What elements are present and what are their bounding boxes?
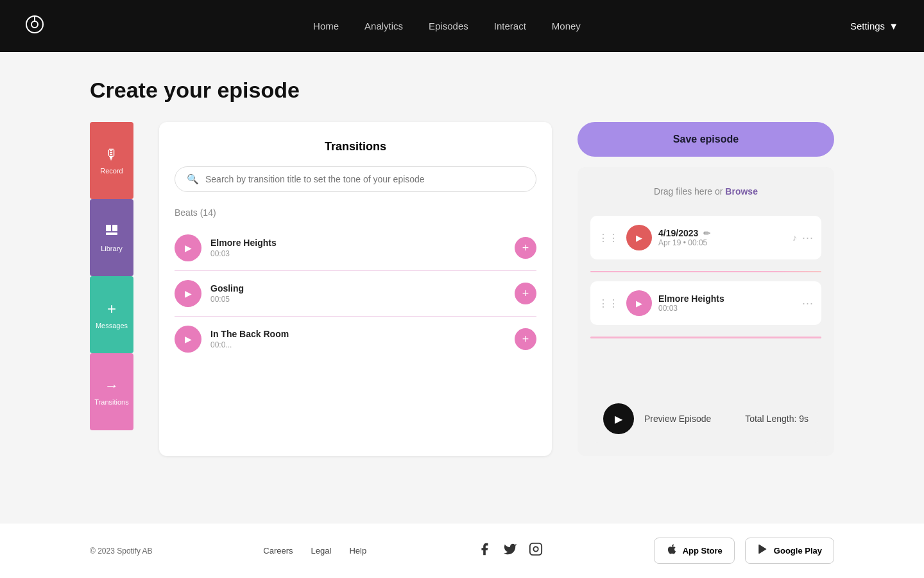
instagram-icon[interactable] (529, 542, 543, 559)
sidebar-item-record[interactable]: 🎙 Record (90, 122, 133, 199)
google-play-button[interactable]: Google Play (745, 538, 834, 564)
sidebar-item-messages[interactable]: + Messages (90, 276, 133, 353)
play-button-transition[interactable]: ▶ (626, 290, 652, 316)
nav-analytics[interactable]: Analytics (364, 21, 403, 31)
beat-item: ▶ In The Back Room 00:0... + (175, 317, 536, 362)
svg-rect-4 (112, 225, 117, 231)
more-options-icon[interactable]: ··· (802, 231, 814, 245)
chevron-down-icon: ▼ (889, 21, 898, 31)
drag-handle[interactable]: ⋮⋮ (598, 297, 619, 310)
episode-tracks: Drag files here or Browse ⋮⋮ ▶ 4/19/2023… (578, 167, 834, 456)
play-button-recording[interactable]: ▶ (626, 225, 652, 250)
nav-logo (26, 15, 44, 37)
footer-social (477, 542, 543, 559)
play-button-elmore[interactable]: ▶ (175, 234, 201, 261)
browse-link[interactable]: Browse (725, 186, 758, 197)
track-subtitle: 00:03 (658, 304, 796, 313)
track-item-recording: ⋮⋮ ▶ 4/19/2023 ✏ Apr 19 • 00:05 ♪ ··· (590, 216, 821, 259)
transitions-panel: Transitions 🔍 Beats (14) ▶ Elmore Height… (159, 122, 552, 456)
svg-rect-3 (106, 225, 111, 231)
page-title: Create your episode (90, 78, 834, 103)
footer-copyright: © 2023 Spotify AB (90, 547, 153, 556)
facebook-icon[interactable] (477, 542, 492, 559)
beat-duration: 00:03 (210, 249, 277, 258)
nav-home[interactable]: Home (313, 21, 339, 31)
beat-item: ▶ Gosling 00:05 + (175, 271, 536, 317)
preview-label: Preview Episode (644, 414, 711, 424)
sidebar-item-library[interactable]: Library (90, 199, 133, 276)
total-length: Total Length: 9s (745, 414, 809, 424)
add-beat-button[interactable]: + (515, 283, 536, 304)
nav-interact[interactable]: Interact (494, 21, 526, 31)
navbar: Home Analytics Episodes Interact Money S… (0, 0, 924, 52)
nav-episodes[interactable]: Episodes (429, 21, 468, 31)
sidebar-item-transitions[interactable]: → Transitions (90, 353, 133, 430)
preview-bar: ▶ Preview Episode Total Length: 9s (590, 394, 821, 443)
drag-handle[interactable]: ⋮⋮ (598, 232, 619, 244)
nav-money[interactable]: Money (552, 21, 581, 31)
add-beat-button[interactable]: + (515, 328, 536, 350)
google-play-icon (757, 543, 769, 558)
svg-point-1 (31, 21, 38, 28)
track-subtitle: Apr 19 • 00:05 (658, 238, 786, 247)
play-button-gosling[interactable]: ▶ (175, 280, 201, 307)
beat-title: Gosling (210, 283, 244, 293)
track-divider (590, 271, 821, 272)
track-title: 4/19/2023 ✏ (658, 228, 786, 238)
add-beat-button[interactable]: + (515, 237, 536, 259)
preview-play-button[interactable]: ▶ (603, 403, 634, 434)
footer-help[interactable]: Help (349, 546, 366, 556)
transitions-icon: → (105, 378, 119, 394)
footer-legal[interactable]: Legal (311, 546, 332, 556)
twitter-icon[interactable] (503, 542, 517, 559)
transitions-title: Transitions (175, 140, 536, 153)
music-icon: ♪ (792, 232, 797, 243)
search-input[interactable] (205, 174, 524, 184)
beats-header: Beats (14) (175, 207, 536, 218)
beat-duration: 00:0... (210, 340, 289, 349)
right-panel: Save episode Drag files here or Browse ⋮… (578, 122, 834, 456)
drag-area: Drag files here or Browse (590, 180, 821, 203)
edit-icon[interactable]: ✏ (703, 229, 710, 238)
nav-links: Home Analytics Episodes Interact Money (313, 21, 581, 31)
beat-duration: 00:05 (210, 295, 244, 304)
beat-item: ▶ Elmore Heights 00:03 + (175, 225, 536, 271)
more-options-icon[interactable]: ··· (802, 297, 814, 310)
beat-title: Elmore Heights (210, 238, 277, 248)
sidebar: 🎙 Record Library + Messages → (90, 122, 133, 456)
library-icon (105, 223, 119, 241)
footer-store-buttons: App Store Google Play (654, 538, 834, 564)
main-content: Create your episode 🎙 Record Library + (0, 52, 924, 523)
search-icon: 🔍 (187, 173, 199, 185)
footer: © 2023 Spotify AB Careers Legal Help App… (0, 523, 924, 578)
apple-icon (666, 543, 678, 558)
footer-links: Careers Legal Help (263, 546, 366, 556)
play-button-backroom[interactable]: ▶ (175, 326, 201, 353)
track-title: Elmore Heights (658, 293, 796, 304)
microphone-icon: 🎙 (105, 146, 119, 163)
messages-icon: + (107, 300, 116, 318)
save-episode-button[interactable]: Save episode (578, 122, 834, 157)
svg-rect-5 (106, 232, 117, 235)
footer-careers[interactable]: Careers (263, 546, 293, 556)
settings-menu[interactable]: Settings ▼ (850, 21, 898, 31)
beat-title: In The Back Room (210, 329, 289, 339)
svg-rect-6 (530, 543, 542, 555)
app-store-button[interactable]: App Store (654, 538, 735, 564)
track-item-transition: ⋮⋮ ▶ Elmore Heights 00:03 ··· (590, 281, 821, 325)
search-box: 🔍 (175, 166, 536, 192)
